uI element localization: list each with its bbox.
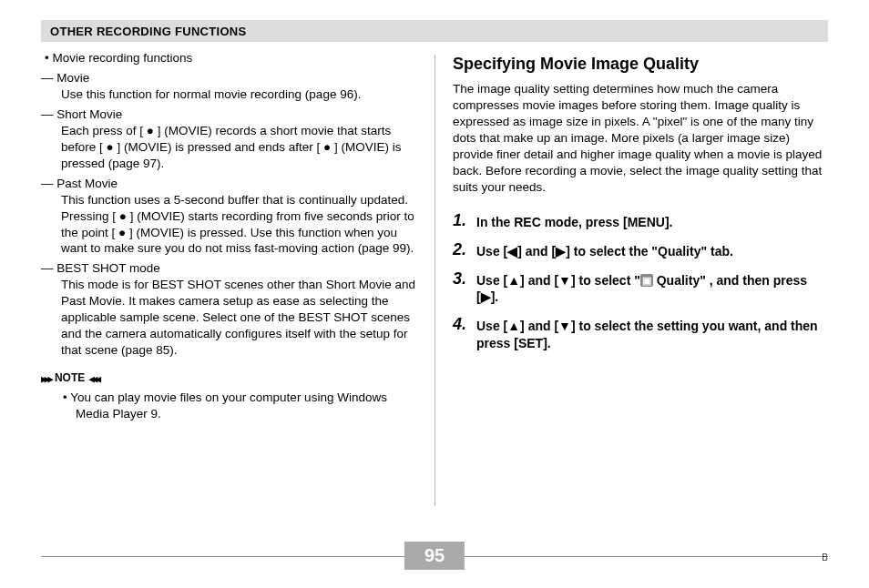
step-text: In the REC mode, press [MENU]. [476, 212, 672, 230]
step-item: 4 Use [▲] and [▼] to select the setting … [453, 316, 828, 350]
note-decoration-right-icon: ▶▶▶ [41, 374, 51, 384]
section-header-bar: OTHER RECORDING FUNCTIONS [41, 20, 828, 42]
step-item: 1 In the REC mode, press [MENU]. [453, 212, 828, 230]
note-header: ▶▶▶ NOTE ◀◀◀ [41, 371, 416, 386]
right-column: Specifying Movie Image Quality The image… [434, 50, 828, 533]
note-label: NOTE [55, 371, 85, 386]
note-block: ▶▶▶ NOTE ◀◀◀ You can play movie files on… [41, 371, 416, 422]
movie-quality-icon: ▣ [640, 274, 653, 287]
step-number: 1 [453, 212, 476, 230]
step-number: 4 [453, 316, 476, 334]
list-item: Short Movie Each press of [ ● ] (MOVIE) … [61, 106, 416, 172]
step-item: 3 Use [▲] and [▼] to select "▣ Quality" … [453, 270, 828, 305]
step-item: 2 Use [◀] and [▶] to select the "Quality… [453, 241, 828, 259]
note-body: You can play movie files on your compute… [76, 390, 416, 422]
step-text-prefix: Use [▲] and [▼] to select " [476, 273, 640, 288]
step-text: Use [▲] and [▼] to select the setting yo… [476, 316, 828, 350]
right-intro: The image quality setting determines how… [453, 81, 828, 196]
step-text: Use [▲] and [▼] to select "▣ Quality" , … [476, 270, 828, 305]
right-heading: Specifying Movie Image Quality [453, 54, 828, 76]
item-title: Short Movie [61, 106, 416, 123]
content-columns: • Movie recording functions Movie Use th… [41, 50, 828, 533]
item-title: Movie [61, 70, 416, 86]
list-item: BEST SHOT mode This mode is for BEST SHO… [61, 260, 416, 359]
step-text: Use [◀] and [▶] to select the "Quality" … [476, 241, 733, 259]
list-item: Past Movie This function uses a 5-second… [61, 176, 416, 258]
step-number: 3 [453, 270, 476, 289]
note-decoration-left-icon: ◀◀◀ [88, 374, 98, 384]
left-column: • Movie recording functions Movie Use th… [41, 50, 434, 533]
item-body: Use this function for normal movie recor… [61, 86, 416, 103]
section-header-title: OTHER RECORDING FUNCTIONS [50, 25, 247, 38]
item-body: This function uses a 5-second buffer tha… [61, 192, 416, 258]
footer-corner-label: B [822, 553, 828, 563]
left-intro-text: Movie recording functions [52, 51, 192, 65]
item-title: BEST SHOT mode [61, 260, 416, 277]
item-body: Each press of [ ● ] (MOVIE) records a sh… [61, 123, 416, 172]
left-intro: • Movie recording functions [45, 50, 416, 66]
page-number: 95 [404, 542, 465, 570]
item-body: This mode is for BEST SHOT scenes other … [61, 277, 416, 359]
step-number: 2 [453, 241, 476, 259]
page-container: OTHER RECORDING FUNCTIONS • Movie record… [0, 0, 869, 588]
item-title: Past Movie [61, 176, 416, 192]
list-item: Movie Use this function for normal movie… [61, 70, 416, 103]
